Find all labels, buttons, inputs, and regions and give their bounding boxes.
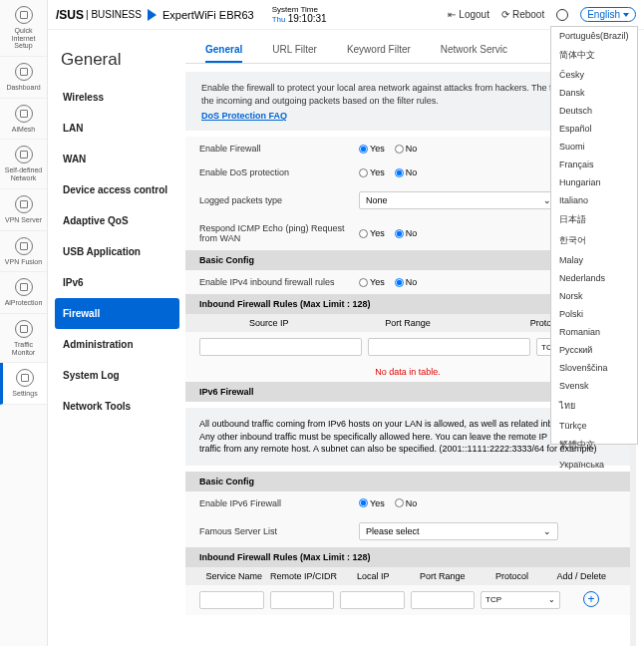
icmp-yes[interactable]: Yes [359,228,385,238]
rail-quick-setup[interactable]: Quick Internet Setup [0,0,47,57]
firewall-yes[interactable]: Yes [359,144,385,154]
logged-select[interactable]: None⌄ [359,191,558,209]
lang-option[interactable]: Українська [551,456,637,474]
remote-ip-input[interactable] [270,591,335,609]
sidebar-item-usb-application[interactable]: USB Application [55,236,179,267]
lang-option[interactable]: Svensk [551,377,637,395]
icmp-no[interactable]: No [395,228,418,238]
sidebar-item-wan[interactable]: WAN [55,144,179,174]
language-button[interactable]: English [580,7,636,22]
sidebar-item-network-tools[interactable]: Network Tools [55,391,179,422]
sidebar-item-ipv6[interactable]: IPv6 [55,267,179,298]
model-name: ExpertWiFi EBR63 [162,9,254,21]
sidebar-title: General [55,36,179,82]
lang-option[interactable]: Suomi [551,138,637,156]
lang-option[interactable]: Česky [551,66,637,84]
tab-keywordfilter[interactable]: Keyword Filter [347,44,411,63]
lang-option[interactable]: Italiano [551,191,637,209]
add-rule-button[interactable]: + [583,591,599,607]
rail-vpnfusion[interactable]: VPN Fusion [0,231,47,273]
logo-business: | BUSINESS [86,9,142,20]
dos-yes[interactable]: Yes [359,167,385,177]
caret-down-icon [623,13,629,17]
lang-option[interactable]: Malay [551,251,637,269]
sidebar-item-firewall[interactable]: Firewall [55,298,179,329]
lang-option[interactable]: Polski [551,305,637,323]
rail-dashboard[interactable]: Dashboard [0,57,47,99]
network-icon [15,146,33,163]
ipv4-yes[interactable]: Yes [359,277,385,287]
rail-aimesh[interactable]: AiMesh [0,99,47,141]
sidebar-item-lan[interactable]: LAN [55,113,179,144]
lang-option[interactable]: 한국어 [551,230,637,251]
lang-option[interactable]: 繁體中文 [551,435,637,456]
logo: /SUS [56,8,84,22]
sidebar: General WirelessLANWANDevice access cont… [55,36,179,422]
setup-icon [15,6,33,24]
dashboard-icon [15,63,33,81]
rail-selfnet[interactable]: Self-defined Network [0,140,47,188]
reboot-icon: ⟳ [501,9,509,20]
ipv6-yes[interactable]: Yes [359,498,385,508]
vpnfusion-icon [15,237,33,255]
lang-option[interactable]: Pусский [551,341,637,359]
tab-networkservice[interactable]: Network Servic [441,44,507,63]
lang-option[interactable]: Português(Brazil) [551,27,637,45]
reboot-button[interactable]: ⟳Reboot [501,9,544,20]
source-ip-input[interactable] [199,338,362,356]
ipv6-no[interactable]: No [395,498,418,508]
firewall-no[interactable]: No [395,144,418,154]
traffic-icon [15,320,33,338]
shield-icon [15,278,33,296]
basic-config-header-2: Basic Config [185,472,630,491]
lang-option[interactable]: 日本語 [551,209,637,230]
tab-general[interactable]: General [205,44,242,63]
inbound-cols-2: Service NameRemote IP/CIDRLocal IPPort R… [185,567,630,585]
language-dropdown[interactable]: Português(Brazil)简体中文ČeskyDanskDeutschEs… [550,26,638,445]
inbound-inputs-2: TCP⌄ + [185,585,630,615]
sidebar-item-device-access-control[interactable]: Device access control [55,174,179,205]
sidebar-item-administration[interactable]: Administration [55,329,179,360]
system-time: System Time Thu 19:10:31 [272,6,327,24]
inbound-rules-header-2: Inbound Firewall Rules (Max Limit : 128) [185,547,630,567]
famous-select[interactable]: Please select⌄ [359,522,558,540]
rail-settings[interactable]: Settings [0,363,47,405]
dos-faq-link[interactable]: DoS Protection FAQ [201,111,287,121]
logout-button[interactable]: ⇤Logout [448,9,489,20]
rail-traffic[interactable]: Traffic Monitor [0,314,47,363]
port-range-input-2[interactable] [411,591,476,609]
globe-icon [556,9,568,21]
service-name-input[interactable] [199,591,264,609]
lang-option[interactable]: Dansk [551,84,637,102]
lang-option[interactable]: Norsk [551,287,637,305]
lang-option[interactable]: Español [551,120,637,138]
sidebar-item-system-log[interactable]: System Log [55,360,179,391]
lang-option[interactable]: 简体中文 [551,45,637,66]
rail-aiprotect[interactable]: AiProtection [0,272,47,314]
gear-icon [16,369,34,387]
row-enable-ipv6: Enable IPv6 Firewall Yes No [185,491,630,515]
lang-option[interactable]: Romanian [551,323,637,341]
local-ip-input[interactable] [340,591,405,609]
lang-option[interactable]: Nederlands [551,269,637,287]
chevron-icon [148,9,157,21]
row-famous: Famous Server List Please select⌄ [185,515,630,547]
lang-option[interactable]: Slovenščina [551,359,637,377]
lang-option[interactable]: Français [551,156,637,173]
sidebar-item-wireless[interactable]: Wireless [55,82,179,113]
left-rail: Quick Internet Setup Dashboard AiMesh Se… [0,0,48,646]
tab-urlfilter[interactable]: URL Filter [272,44,317,63]
protocol-select-2[interactable]: TCP⌄ [481,591,560,609]
vpn-icon [15,195,33,213]
sidebar-item-adaptive-qos[interactable]: Adaptive QoS [55,205,179,236]
lang-option[interactable]: Hungarian [551,173,637,191]
port-range-input[interactable] [368,338,530,356]
logout-icon: ⇤ [448,9,456,20]
lang-option[interactable]: ไทย [551,395,637,417]
mesh-icon [15,105,33,123]
dos-no[interactable]: No [395,167,418,177]
rail-vpnserver[interactable]: VPN Server [0,189,47,231]
lang-option[interactable]: Türkçe [551,417,637,435]
ipv4-no[interactable]: No [395,277,418,287]
lang-option[interactable]: Deutsch [551,102,637,120]
